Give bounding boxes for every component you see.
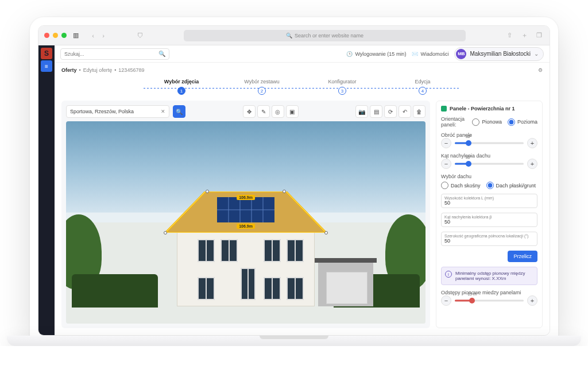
- rotate-label: Obróć panele: [441, 132, 537, 138]
- page-settings-icon[interactable]: ⚙: [538, 67, 543, 73]
- search-glyph-icon: 🔍: [286, 33, 292, 39]
- angle-increment[interactable]: +: [527, 159, 537, 169]
- breadcrumb: Oferty • Edytuj ofertę • 123456789 ⚙: [55, 63, 550, 75]
- spacing-increment[interactable]: +: [527, 295, 537, 306]
- maximize-window-icon[interactable]: [61, 33, 67, 38]
- tool-target[interactable]: ◎: [272, 105, 284, 118]
- step-4-label: Edycja: [415, 79, 430, 84]
- user-name: Maksymilian Białostocki: [470, 51, 531, 57]
- rotate-slider[interactable]: 30°: [455, 138, 524, 148]
- step-3[interactable]: Konfigurator 3: [302, 79, 382, 95]
- latitude-field[interactable]: Szerokość geograficzna północna lokaliza…: [441, 232, 537, 246]
- angle-slider[interactable]: 30°: [455, 159, 524, 169]
- logout-timer[interactable]: 🕒 Wylogowanie (15 min): [346, 51, 406, 57]
- clear-address-icon[interactable]: ✕: [160, 109, 167, 114]
- tool-refresh[interactable]: ⟳: [384, 105, 397, 118]
- search-address-button[interactable]: 🔍: [173, 105, 185, 118]
- step-2-label: Wybór zestawu: [244, 79, 279, 84]
- breadcrumb-root[interactable]: Oferty: [61, 67, 77, 73]
- shield-icon[interactable]: ⛉: [136, 31, 145, 40]
- breadcrumb-id: 123456789: [118, 67, 144, 73]
- rotate-increment[interactable]: +: [527, 138, 537, 148]
- roof-handle[interactable]: [324, 231, 328, 235]
- angle-decrement[interactable]: −: [441, 159, 451, 169]
- collector-height-field[interactable]: Wysokość kolektora L (mm) 50: [441, 194, 537, 208]
- search-icon[interactable]: 🔍: [158, 51, 165, 57]
- mail-icon: ✉️: [412, 51, 418, 57]
- tool-photo[interactable]: 📷: [355, 105, 368, 118]
- tool-draw[interactable]: ✎: [257, 105, 270, 118]
- orientation-horizontal[interactable]: Pozioma: [508, 118, 537, 126]
- roof-label: Wybór dachu: [441, 174, 537, 179]
- user-menu[interactable]: MB Maksymilian Białostocki ⌄: [454, 47, 544, 61]
- roof-slope-option[interactable]: Dach skośny: [441, 182, 481, 189]
- sidebar-toggle-icon[interactable]: ▥: [71, 31, 80, 40]
- angle-label: Kąt nachylenia dachu: [441, 153, 537, 159]
- step-1[interactable]: Wybór zdjęcia 1: [141, 79, 222, 95]
- tool-crop[interactable]: ▣: [286, 105, 299, 118]
- rotate-section: Obróć panele − 30° +: [441, 132, 537, 148]
- laptop-frame: ▥ ‹ › ⛉ 🔍 Search or enter website name ⇧…: [30, 17, 558, 336]
- messages-link[interactable]: ✉️ Wiadomości: [412, 51, 448, 57]
- forward-button[interactable]: ›: [99, 31, 108, 40]
- spacing-value: 15 m: [467, 292, 477, 296]
- properties-panel: Panele - Powierzchnia nr 1 Orientacja pa…: [436, 101, 543, 328]
- tool-delete[interactable]: 🗑: [413, 105, 425, 118]
- roof-handle[interactable]: [283, 190, 286, 193]
- url-bar[interactable]: 🔍 Search or enter website name: [184, 30, 466, 41]
- measurement-top: 106.9m: [237, 195, 255, 200]
- spacing-decrement[interactable]: −: [441, 295, 451, 306]
- collector-angle-field[interactable]: Kąt nachylenia kolektora β 50: [441, 213, 537, 227]
- spacing-section: Odstępy pionowe miedzy panelami − 15 m +: [441, 290, 537, 306]
- close-window-icon[interactable]: [44, 33, 49, 38]
- messages-label: Wiadomości: [420, 51, 448, 57]
- rotate-value: 30°: [466, 134, 472, 139]
- stepper: Wybór zdjęcia 1 Wybór zestawu 2 Konfigur…: [55, 75, 550, 101]
- canvas-area: Sportowa, Rzeszów, Polska ✕ 🔍 ✥ ✎ ◎ ▣: [61, 101, 430, 328]
- app-logo[interactable]: S: [41, 48, 52, 59]
- tool-undo[interactable]: ↶: [399, 105, 411, 118]
- url-placeholder: Search or enter website name: [295, 33, 363, 39]
- new-tab-icon[interactable]: ＋: [520, 31, 529, 40]
- roof-handle[interactable]: [206, 190, 209, 193]
- step-2[interactable]: Wybór zestawu 2: [222, 79, 302, 95]
- back-button[interactable]: ‹: [88, 31, 98, 40]
- sidebar-item-menu[interactable]: ≡: [41, 60, 52, 72]
- share-icon[interactable]: ⇧: [505, 31, 514, 40]
- measurement-bottom: 106.9m: [237, 224, 255, 229]
- screen: ▥ ‹ › ⛉ 🔍 Search or enter website name ⇧…: [38, 25, 550, 336]
- tabs-icon[interactable]: ❐: [535, 31, 544, 40]
- global-search[interactable]: 🔍: [60, 48, 169, 60]
- step-1-label: Wybór zdjęcia: [164, 79, 199, 84]
- tool-pan[interactable]: ✥: [243, 105, 256, 118]
- step-3-label: Konfigurator: [328, 79, 356, 84]
- tool-layers[interactable]: ▤: [370, 105, 382, 118]
- step-4[interactable]: Edycja 4: [382, 79, 463, 95]
- address-input[interactable]: Sportowa, Rzeszów, Polska ✕: [66, 105, 169, 118]
- app-main: 🔍 🕒 Wylogowanie (15 min) ✉️ Wiadomości M…: [55, 45, 550, 335]
- rotate-decrement[interactable]: −: [441, 138, 451, 148]
- orientation-label: Orientacja paneli:: [441, 116, 466, 128]
- window-controls: [44, 33, 67, 38]
- breadcrumb-edit: Edytuj ofertę: [83, 67, 113, 73]
- spacing-slider[interactable]: 15 m: [455, 295, 524, 306]
- clock-icon: 🕒: [346, 51, 353, 57]
- avatar: MB: [456, 49, 466, 59]
- surface-color-swatch: [441, 106, 447, 112]
- topbar: 🔍 🕒 Wylogowanie (15 min) ✉️ Wiadomości M…: [55, 45, 550, 63]
- spacing-label: Odstępy pionowe miedzy panelami: [441, 290, 537, 295]
- content: Sportowa, Rzeszów, Polska ✕ 🔍 ✥ ✎ ◎ ▣: [55, 101, 550, 335]
- orientation-vertical[interactable]: Pionowa: [472, 118, 502, 126]
- browser-chrome: ▥ ‹ › ⛉ 🔍 Search or enter website name ⇧…: [38, 26, 550, 45]
- roof-handle[interactable]: [164, 231, 167, 235]
- logout-label: Wylogowanie (15 min): [355, 51, 406, 57]
- calculate-button[interactable]: Przelicz: [508, 251, 537, 262]
- search-input[interactable]: [64, 51, 158, 57]
- image-canvas[interactable]: 106.9m 106.9m: [66, 121, 425, 324]
- roof-flat-option[interactable]: Dach płaski/grunt: [486, 182, 536, 189]
- info-icon: i: [445, 271, 452, 278]
- laptop-base: [7, 336, 581, 346]
- minimize-window-icon[interactable]: [53, 33, 58, 38]
- panel-title: Panele - Powierzchnia nr 1: [441, 106, 537, 112]
- app: S ≡ 🔍 🕒 Wylogowanie (15 min) ✉: [38, 45, 550, 335]
